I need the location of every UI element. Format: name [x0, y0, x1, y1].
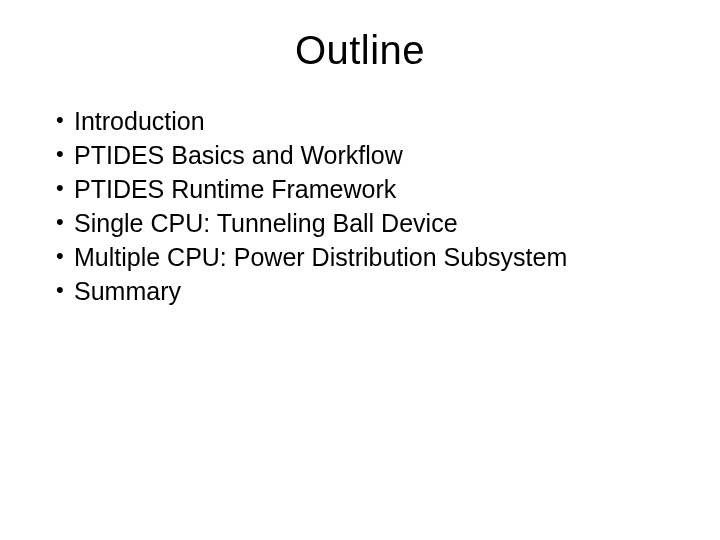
list-item: • Single CPU: Tunneling Ball Device: [56, 207, 672, 240]
bullet-icon: •: [56, 207, 74, 238]
list-item-label: Multiple CPU: Power Distribution Subsyst…: [74, 241, 672, 274]
list-item-label: PTIDES Basics and Workflow: [74, 139, 672, 172]
list-item: • PTIDES Basics and Workflow: [56, 139, 672, 172]
slide-title: Outline: [48, 28, 672, 73]
list-item: • Introduction: [56, 105, 672, 138]
list-item: • Summary: [56, 275, 672, 308]
bullet-icon: •: [56, 105, 74, 136]
list-item: • PTIDES Runtime Framework: [56, 173, 672, 206]
slide: Outline • Introduction • PTIDES Basics a…: [0, 0, 720, 540]
bullet-icon: •: [56, 139, 74, 170]
list-item: • Multiple CPU: Power Distribution Subsy…: [56, 241, 672, 274]
list-item-label: Single CPU: Tunneling Ball Device: [74, 207, 672, 240]
list-item-label: Introduction: [74, 105, 672, 138]
list-item-label: PTIDES Runtime Framework: [74, 173, 672, 206]
list-item-label: Summary: [74, 275, 672, 308]
bullet-icon: •: [56, 173, 74, 204]
bullet-icon: •: [56, 241, 74, 272]
bullet-icon: •: [56, 275, 74, 306]
bullet-list: • Introduction • PTIDES Basics and Workf…: [48, 105, 672, 308]
